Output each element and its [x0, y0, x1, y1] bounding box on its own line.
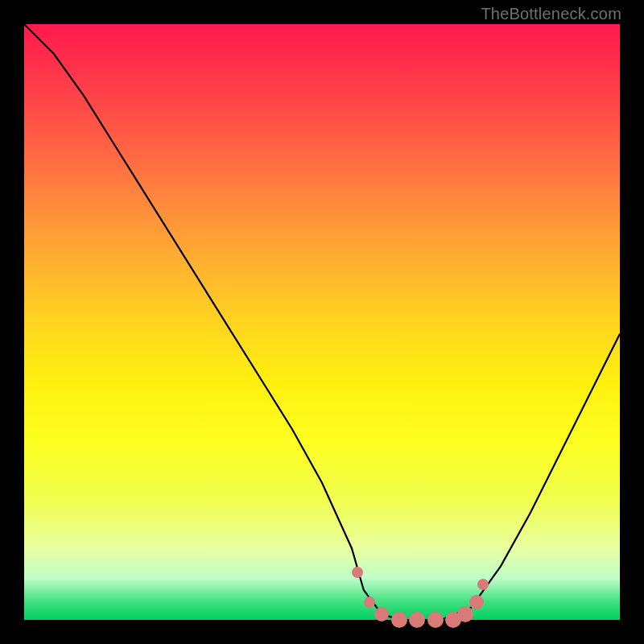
highlight-dot: [409, 612, 425, 628]
highlight-dot: [477, 579, 489, 590]
watermark-text: TheBottleneck.com: [481, 5, 621, 23]
chart-plot-area: [24, 24, 620, 620]
bottleneck-curve: [24, 24, 620, 620]
highlight-dot: [374, 607, 389, 621]
highlight-dot: [427, 612, 444, 628]
highlight-dot: [457, 606, 473, 622]
highlight-dot: [391, 612, 407, 628]
highlight-dot: [364, 597, 375, 608]
